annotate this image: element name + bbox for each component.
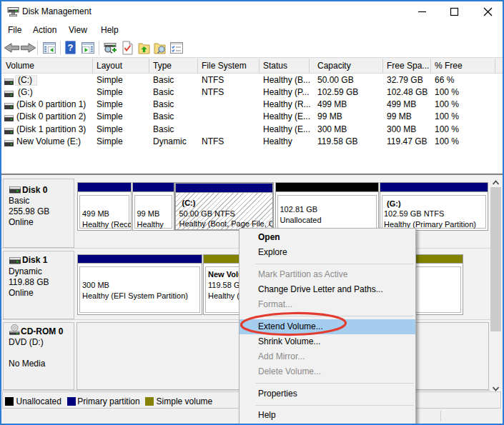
svg-text:?: ? — [68, 42, 74, 53]
